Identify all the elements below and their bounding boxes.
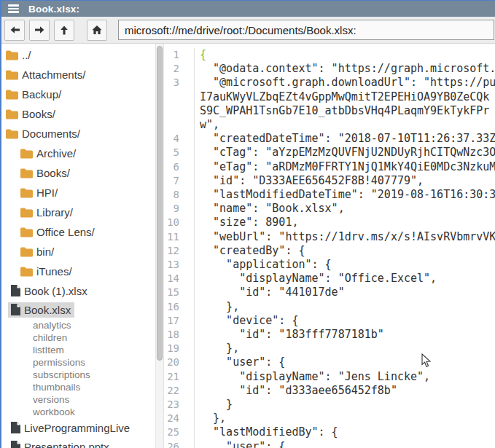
tree-item-label: versions — [33, 394, 69, 405]
tree-item-label: workbook — [33, 406, 75, 417]
tree-item-hpi[interactable]: HPI/ — [1, 183, 156, 203]
tree-item-thumbnails[interactable]: thumbnails — [1, 381, 156, 393]
tree-item-listitem[interactable]: listItem — [1, 344, 156, 356]
sidebar-scrollbar[interactable] — [155, 44, 163, 448]
url-input[interactable] — [118, 20, 494, 40]
up-button[interactable] — [54, 20, 74, 41]
code-line[interactable]: 17 "device": { — [164, 314, 495, 328]
line-number: 24 — [164, 412, 195, 425]
line-number: 22 — [164, 384, 195, 398]
home-button[interactable] — [87, 20, 107, 41]
home-icon — [92, 25, 102, 35]
code-text: } — [195, 398, 495, 412]
forward-button[interactable] — [29, 20, 50, 41]
tree-item-children[interactable]: children — [1, 331, 156, 344]
line-number: 17 — [164, 314, 195, 328]
tree-item-label: thumbnails — [33, 382, 80, 393]
line-number — [164, 118, 195, 132]
tree-item-analytics[interactable]: analytics — [1, 319, 156, 331]
line-number: 5 — [164, 146, 195, 160]
tree-item-books[interactable]: Books/ — [1, 163, 156, 183]
json-code-editor[interactable]: 1{2 "@odata.context": "https://graph.mic… — [164, 44, 495, 448]
code-line[interactable]: 9 "name": "Book.xlsx", — [164, 202, 495, 216]
code-line[interactable]: 11 "webUrl": "https://1drv.ms/x/s!AIsvRV… — [164, 230, 495, 244]
tree-item-books[interactable]: Books/ — [1, 104, 156, 124]
file-icon — [11, 422, 20, 433]
code-text: "@odata.context": "https://graph.microso… — [195, 62, 495, 76]
line-number: 15 — [164, 286, 195, 299]
tree-item-attachments[interactable]: Attachments/ — [1, 65, 156, 85]
tree-item-library[interactable]: Library/ — [1, 203, 156, 222]
code-text: "lastModifiedDateTime": "2019-08-16T16:3… — [195, 188, 495, 202]
tree-item-permissions[interactable]: permissions — [1, 356, 156, 369]
line-number: 3 — [164, 76, 195, 90]
folder-icon — [6, 109, 18, 119]
code-line[interactable]: w", — [164, 118, 495, 132]
tree-item-book-xlsx[interactable]: Book.xlsx — [1, 300, 156, 319]
tree-item-bin[interactable]: bin/ — [1, 242, 156, 262]
tree-item-backup[interactable]: Backup/ — [1, 85, 156, 104]
line-number: 11 — [164, 230, 195, 244]
folder-icon — [20, 267, 33, 277]
code-line[interactable]: 19 }, — [164, 342, 495, 355]
line-number: 21 — [164, 370, 195, 384]
code-text: "eTag": "aRDMzM0FFRTY1NjQ1MkY4QiE0MDc3Nz… — [195, 160, 495, 174]
code-line[interactable]: 15 "id": "441017de" — [164, 286, 495, 299]
code-line[interactable]: 7 "id": "D333AEE656452F8B!407779", — [164, 174, 495, 188]
code-text: "device": { — [195, 314, 495, 328]
code-text: }, — [195, 300, 495, 314]
code-text: "lastModifiedBy": { — [195, 425, 495, 439]
hamburger-menu-icon[interactable] — [8, 4, 19, 13]
code-line[interactable]: 13 "application": { — [164, 258, 495, 272]
folder-icon — [20, 227, 33, 237]
line-number: 2 — [164, 62, 195, 76]
title-bar: Book.xlsx: — [1, 1, 495, 17]
tree-item-documents[interactable]: Documents/ — [1, 124, 156, 144]
code-line[interactable]: 5 "cTag": "aYzpEMzMzQUVFNjU2NDUyRjhCITQw… — [164, 146, 495, 160]
code-line[interactable]: 25 "lastModifiedBy": { — [164, 425, 495, 439]
code-text: "id": "183fff7787181b" — [195, 328, 495, 342]
tree-item-liveprogramminglive[interactable]: LiveProgrammingLive — [1, 418, 156, 437]
code-text: "createdDateTime": "2018-07-10T11:26:37.… — [195, 132, 495, 146]
code-line[interactable]: S9C_WPAH1TsnGb7E10_atbDbsVHq4PLaqmY9EkTy… — [164, 104, 495, 118]
code-line[interactable]: 26 "user": { — [164, 440, 495, 448]
scrollbar-thumb[interactable] — [157, 46, 163, 361]
tree-item-presentation-pptx[interactable]: Presentation.pptx — [1, 437, 156, 448]
tree-item-workbook[interactable]: workbook — [1, 406, 156, 418]
tree-item-label: permissions — [33, 357, 85, 368]
code-line[interactable]: 22 "id": "d333aee656452f8b" — [164, 384, 495, 398]
back-button[interactable] — [4, 20, 25, 41]
tree-item-label: Book (1).xlsx — [24, 285, 87, 297]
tree-item-item[interactable]: ../ — [1, 45, 156, 65]
folder-icon — [20, 149, 33, 159]
code-line[interactable]: 4 "createdDateTime": "2018-07-10T11:26:3… — [164, 132, 495, 146]
code-line[interactable]: I7auKWyVLZbqEZt4vGppMwQmitT2EPEHiOA9YB0Z… — [164, 90, 495, 104]
tree-item-label: Documents/ — [22, 127, 80, 140]
folder-icon — [20, 247, 33, 257]
code-line[interactable]: 14 "displayName": "Office.Excel", — [164, 272, 495, 286]
code-line[interactable]: 10 "size": 8901, — [164, 216, 495, 229]
code-line[interactable]: 2 "@odata.context": "https://graph.micro… — [164, 62, 495, 76]
tree-item-label: ../ — [22, 49, 31, 61]
tree-item-book-1-xlsx[interactable]: Book (1).xlsx — [1, 281, 156, 300]
code-line[interactable]: 3 "@microsoft.graph.downloadUrl": "https… — [164, 76, 495, 90]
code-line[interactable]: 24 }, — [164, 412, 495, 425]
code-line[interactable]: 1{ — [164, 48, 495, 62]
code-text: "id": "d333aee656452f8b" — [195, 384, 495, 398]
code-line[interactable]: 23 } — [164, 398, 495, 412]
code-line[interactable]: 18 "id": "183fff7787181b" — [164, 328, 495, 342]
line-number: 23 — [164, 398, 195, 412]
code-line[interactable]: 21 "displayName": "Jens Lincke", — [164, 370, 495, 384]
tree-item-label: Backup/ — [22, 88, 61, 101]
tree-item-subscriptions[interactable]: subscriptions — [1, 369, 156, 381]
code-line[interactable]: 8 "lastModifiedDateTime": "2019-08-16T16… — [164, 188, 495, 202]
code-line[interactable]: 16 }, — [164, 300, 495, 314]
code-line[interactable]: 12 "createdBy": { — [164, 244, 495, 258]
tree-item-itunes[interactable]: iTunes/ — [1, 262, 156, 281]
tree-item-archive[interactable]: Archive/ — [1, 144, 156, 163]
tree-item-versions[interactable]: versions — [1, 393, 156, 406]
line-number: 19 — [164, 342, 195, 355]
code-line[interactable]: 6 "eTag": "aRDMzM0FFRTY1NjQ1MkY4QiE0MDc3… — [164, 160, 495, 174]
tree-item-office-lens[interactable]: Office Lens/ — [1, 222, 156, 242]
code-line[interactable]: 20 "user": { — [164, 355, 495, 369]
